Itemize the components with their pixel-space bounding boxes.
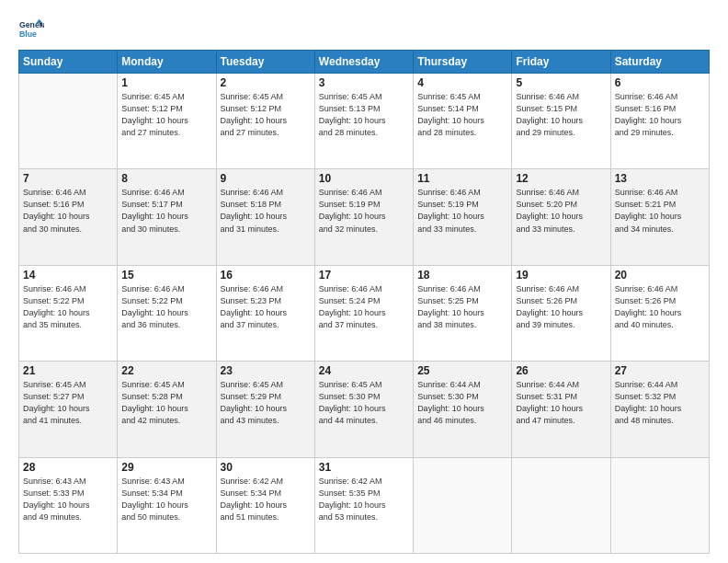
day-info: Sunrise: 6:46 AM Sunset: 5:24 PM Dayligh…	[319, 283, 409, 331]
page: General Blue SundayMondayTuesdayWednesda…	[0, 0, 728, 563]
week-row-2: 7Sunrise: 6:46 AM Sunset: 5:16 PM Daylig…	[19, 169, 710, 265]
day-info: Sunrise: 6:46 AM Sunset: 5:26 PM Dayligh…	[615, 283, 705, 331]
day-info: Sunrise: 6:44 AM Sunset: 5:32 PM Dayligh…	[615, 379, 705, 427]
calendar-cell: 2Sunrise: 6:45 AM Sunset: 5:12 PM Daylig…	[216, 74, 314, 169]
day-info: Sunrise: 6:43 AM Sunset: 5:33 PM Dayligh…	[23, 476, 113, 523]
calendar-cell: 18Sunrise: 6:46 AM Sunset: 5:25 PM Dayli…	[414, 265, 512, 361]
calendar-cell: 4Sunrise: 6:45 AM Sunset: 5:14 PM Daylig…	[414, 74, 512, 169]
calendar-cell: 29Sunrise: 6:43 AM Sunset: 5:34 PM Dayli…	[118, 457, 216, 553]
calendar-cell	[610, 457, 709, 553]
week-row-1: 1Sunrise: 6:45 AM Sunset: 5:12 PM Daylig…	[19, 74, 710, 169]
calendar-cell: 11Sunrise: 6:46 AM Sunset: 5:19 PM Dayli…	[414, 169, 512, 265]
day-number: 25	[417, 364, 507, 377]
day-info: Sunrise: 6:45 AM Sunset: 5:30 PM Dayligh…	[319, 379, 409, 427]
day-info: Sunrise: 6:46 AM Sunset: 5:20 PM Dayligh…	[516, 187, 606, 235]
weekday-header-monday: Monday	[118, 51, 216, 74]
week-row-5: 28Sunrise: 6:43 AM Sunset: 5:33 PM Dayli…	[19, 457, 710, 553]
day-info: Sunrise: 6:46 AM Sunset: 5:23 PM Dayligh…	[221, 283, 311, 331]
calendar-cell: 17Sunrise: 6:46 AM Sunset: 5:24 PM Dayli…	[314, 265, 413, 361]
day-info: Sunrise: 6:44 AM Sunset: 5:31 PM Dayligh…	[516, 379, 606, 427]
day-number: 27	[615, 364, 705, 377]
calendar-cell	[19, 74, 118, 169]
calendar-cell: 24Sunrise: 6:45 AM Sunset: 5:30 PM Dayli…	[314, 362, 413, 457]
day-number: 21	[23, 364, 113, 377]
day-info: Sunrise: 6:46 AM Sunset: 5:19 PM Dayligh…	[319, 187, 409, 235]
day-number: 7	[23, 172, 113, 185]
calendar-cell: 20Sunrise: 6:46 AM Sunset: 5:26 PM Dayli…	[610, 265, 709, 361]
calendar-cell: 30Sunrise: 6:42 AM Sunset: 5:34 PM Dayli…	[216, 457, 314, 553]
weekday-header-tuesday: Tuesday	[216, 51, 314, 74]
day-number: 9	[221, 172, 311, 185]
weekday-header-sunday: Sunday	[19, 51, 118, 74]
day-info: Sunrise: 6:45 AM Sunset: 5:12 PM Dayligh…	[121, 91, 211, 139]
calendar-cell: 16Sunrise: 6:46 AM Sunset: 5:23 PM Dayli…	[216, 265, 314, 361]
weekday-header-saturday: Saturday	[610, 51, 709, 74]
day-info: Sunrise: 6:45 AM Sunset: 5:14 PM Dayligh…	[417, 91, 507, 139]
day-info: Sunrise: 6:42 AM Sunset: 5:34 PM Dayligh…	[221, 476, 311, 523]
day-number: 5	[516, 76, 606, 89]
calendar-cell: 7Sunrise: 6:46 AM Sunset: 5:16 PM Daylig…	[19, 169, 118, 265]
day-number: 29	[121, 461, 211, 474]
day-info: Sunrise: 6:46 AM Sunset: 5:18 PM Dayligh…	[221, 187, 311, 235]
day-info: Sunrise: 6:46 AM Sunset: 5:17 PM Dayligh…	[121, 187, 211, 235]
calendar-cell: 15Sunrise: 6:46 AM Sunset: 5:22 PM Dayli…	[118, 265, 216, 361]
calendar-cell: 10Sunrise: 6:46 AM Sunset: 5:19 PM Dayli…	[314, 169, 413, 265]
day-info: Sunrise: 6:42 AM Sunset: 5:35 PM Dayligh…	[319, 476, 409, 523]
calendar-cell: 9Sunrise: 6:46 AM Sunset: 5:18 PM Daylig…	[216, 169, 314, 265]
day-info: Sunrise: 6:45 AM Sunset: 5:12 PM Dayligh…	[221, 91, 311, 139]
day-info: Sunrise: 6:46 AM Sunset: 5:22 PM Dayligh…	[23, 283, 113, 331]
day-number: 18	[417, 269, 507, 282]
calendar-cell: 27Sunrise: 6:44 AM Sunset: 5:32 PM Dayli…	[610, 362, 709, 457]
day-info: Sunrise: 6:45 AM Sunset: 5:29 PM Dayligh…	[221, 379, 311, 427]
weekday-header-friday: Friday	[512, 51, 610, 74]
day-info: Sunrise: 6:46 AM Sunset: 5:22 PM Dayligh…	[121, 283, 211, 331]
day-number: 11	[417, 172, 507, 185]
day-number: 10	[319, 172, 409, 185]
day-info: Sunrise: 6:46 AM Sunset: 5:21 PM Dayligh…	[615, 187, 705, 235]
day-info: Sunrise: 6:46 AM Sunset: 5:25 PM Dayligh…	[417, 283, 507, 331]
day-number: 3	[319, 76, 409, 89]
header: General Blue	[18, 17, 710, 42]
day-number: 28	[23, 461, 113, 474]
day-number: 6	[615, 76, 705, 89]
day-info: Sunrise: 6:43 AM Sunset: 5:34 PM Dayligh…	[121, 476, 211, 523]
day-number: 23	[221, 364, 311, 377]
day-number: 19	[516, 269, 606, 282]
day-info: Sunrise: 6:46 AM Sunset: 5:19 PM Dayligh…	[417, 187, 507, 235]
day-number: 26	[516, 364, 606, 377]
day-number: 30	[221, 461, 311, 474]
day-info: Sunrise: 6:44 AM Sunset: 5:30 PM Dayligh…	[417, 379, 507, 427]
day-number: 16	[221, 269, 311, 282]
day-info: Sunrise: 6:45 AM Sunset: 5:13 PM Dayligh…	[319, 91, 409, 139]
day-number: 1	[121, 76, 211, 89]
calendar-cell: 5Sunrise: 6:46 AM Sunset: 5:15 PM Daylig…	[512, 74, 610, 169]
calendar-cell	[414, 457, 512, 553]
calendar-cell: 26Sunrise: 6:44 AM Sunset: 5:31 PM Dayli…	[512, 362, 610, 457]
weekday-header-row: SundayMondayTuesdayWednesdayThursdayFrid…	[19, 51, 710, 74]
calendar-cell: 25Sunrise: 6:44 AM Sunset: 5:30 PM Dayli…	[414, 362, 512, 457]
calendar-cell: 13Sunrise: 6:46 AM Sunset: 5:21 PM Dayli…	[610, 169, 709, 265]
week-row-3: 14Sunrise: 6:46 AM Sunset: 5:22 PM Dayli…	[19, 265, 710, 361]
calendar-cell: 14Sunrise: 6:46 AM Sunset: 5:22 PM Dayli…	[19, 265, 118, 361]
calendar-table: SundayMondayTuesdayWednesdayThursdayFrid…	[18, 50, 710, 554]
day-number: 15	[121, 269, 211, 282]
weekday-header-wednesday: Wednesday	[314, 51, 413, 74]
weekday-header-thursday: Thursday	[414, 51, 512, 74]
day-number: 12	[516, 172, 606, 185]
calendar-cell: 3Sunrise: 6:45 AM Sunset: 5:13 PM Daylig…	[314, 74, 413, 169]
logo-icon: General Blue	[18, 17, 44, 42]
calendar-cell: 19Sunrise: 6:46 AM Sunset: 5:26 PM Dayli…	[512, 265, 610, 361]
day-info: Sunrise: 6:46 AM Sunset: 5:15 PM Dayligh…	[516, 91, 606, 139]
calendar-cell: 31Sunrise: 6:42 AM Sunset: 5:35 PM Dayli…	[314, 457, 413, 553]
day-number: 14	[23, 269, 113, 282]
calendar-cell: 12Sunrise: 6:46 AM Sunset: 5:20 PM Dayli…	[512, 169, 610, 265]
calendar-cell: 28Sunrise: 6:43 AM Sunset: 5:33 PM Dayli…	[19, 457, 118, 553]
svg-text:Blue: Blue	[19, 29, 37, 39]
day-number: 2	[221, 76, 311, 89]
week-row-4: 21Sunrise: 6:45 AM Sunset: 5:27 PM Dayli…	[19, 362, 710, 457]
day-number: 22	[121, 364, 211, 377]
calendar-cell: 23Sunrise: 6:45 AM Sunset: 5:29 PM Dayli…	[216, 362, 314, 457]
day-number: 31	[319, 461, 409, 474]
calendar-cell: 1Sunrise: 6:45 AM Sunset: 5:12 PM Daylig…	[118, 74, 216, 169]
calendar-cell: 6Sunrise: 6:46 AM Sunset: 5:16 PM Daylig…	[610, 74, 709, 169]
